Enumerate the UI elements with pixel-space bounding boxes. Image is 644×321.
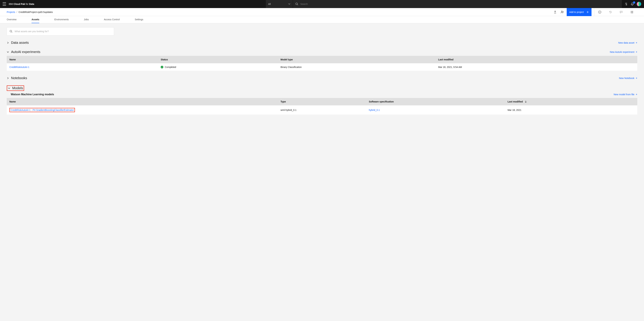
guide-icon[interactable]	[624, 2, 628, 6]
add-to-project-label: Add to project	[569, 11, 584, 14]
tab-environments[interactable]: Environments	[54, 16, 69, 23]
new-model-button[interactable]: New model from file +	[614, 93, 637, 96]
section-title-label: Models	[12, 86, 23, 90]
search-icon	[295, 2, 298, 6]
th-status[interactable]: Status	[158, 56, 278, 64]
th-software-spec[interactable]: Software specification	[366, 98, 505, 106]
section-title-label: AutoAI experiments	[11, 50, 40, 54]
global-filter-label: All	[268, 3, 288, 5]
model-name-highlight: CreditRiskAutoAI-1 - P4 GradientBoosting…	[10, 108, 75, 112]
tab-settings[interactable]: Settings	[135, 16, 144, 23]
table-row[interactable]: CreditRiskAutoAI-1 ✓ Completed Binary Cl…	[7, 64, 637, 71]
brand-prefix: IBM	[9, 3, 14, 5]
plus-icon	[586, 11, 589, 13]
section-notebooks: Notebooks New Notebook +	[7, 76, 637, 80]
settings-sliders-icon[interactable]	[626, 8, 637, 16]
breadcrumb: Projects / CreditRiskProject-cpd3.5updat…	[7, 11, 53, 14]
th-type[interactable]: Type	[278, 98, 366, 106]
upload-icon[interactable]	[554, 10, 556, 14]
history-icon[interactable]	[605, 8, 616, 16]
new-autoai-button[interactable]: New AutoAI experiment +	[610, 50, 637, 54]
section-toggle-models[interactable]: Models	[8, 86, 23, 90]
svg-point-6	[632, 11, 633, 12]
new-data-asset-button[interactable]: New data asset +	[618, 41, 637, 44]
plus-icon: +	[636, 93, 637, 96]
svg-point-5	[631, 11, 632, 12]
autoai-table: Name Status Model type Last modified Cre…	[7, 56, 637, 71]
svg-point-2	[561, 11, 562, 12]
global-search-input[interactable]	[300, 3, 620, 5]
section-models: Models Watson Machine Learning models Ne…	[7, 85, 637, 114]
section-title-label: Notebooks	[11, 76, 27, 80]
th-name[interactable]: Name	[7, 98, 278, 106]
svg-line-1	[297, 4, 298, 5]
table-row[interactable]: CreditRiskAutoAI-1 - P4 GradientBoosting…	[7, 106, 637, 115]
tab-jobs[interactable]: Jobs	[84, 16, 89, 23]
th-model-type[interactable]: Model type	[278, 56, 436, 64]
notif-badge: 1	[633, 1, 635, 4]
section-action-label: New AutoAI experiment	[610, 51, 634, 53]
checkmark-icon: ✓	[161, 66, 163, 68]
comment-icon[interactable]	[616, 8, 626, 16]
spec-link[interactable]: hybrid_0.1	[369, 109, 380, 111]
chevron-right-icon	[7, 42, 9, 44]
tab-access-control[interactable]: Access Control	[104, 16, 120, 23]
tabs: Overview Assets Environments Jobs Access…	[0, 16, 644, 23]
notifications-icon[interactable]: 1	[630, 2, 634, 6]
plus-icon: +	[636, 50, 637, 54]
th-name[interactable]: Name	[7, 56, 158, 64]
svg-point-0	[296, 3, 298, 5]
tab-overview[interactable]: Overview	[7, 16, 16, 23]
svg-point-7	[631, 12, 632, 13]
avatar[interactable]	[636, 2, 641, 6]
model-type-cell: Binary Classification	[278, 64, 436, 71]
autoai-name-link[interactable]: CreditRiskAutoAI-1	[10, 66, 29, 68]
section-title-label: Data assets	[11, 41, 29, 44]
brand-suffix: for	[26, 3, 29, 5]
chevron-down-icon	[288, 3, 290, 5]
section-toggle-autoai[interactable]: AutoAI experiments	[7, 50, 40, 54]
th-last-modified[interactable]: Last modified	[505, 98, 637, 106]
models-subhead: Watson Machine Learning models	[11, 93, 54, 96]
main: Data assets New data asset + AutoAI expe…	[0, 23, 644, 124]
section-action-label: New data asset	[618, 42, 634, 44]
section-autoai: AutoAI experiments New AutoAI experiment…	[7, 50, 637, 71]
asset-search-input[interactable]	[14, 30, 111, 33]
tab-assets[interactable]: Assets	[32, 16, 39, 23]
th-last-modified-label: Last modified	[508, 100, 523, 103]
brand: IBM Cloud Pak for Data	[9, 3, 34, 5]
brand-bold2: Data	[29, 3, 34, 5]
status-cell: ✓ Completed	[161, 66, 275, 68]
section-action-label: New Notebook	[619, 77, 634, 80]
th-last-modified[interactable]: Last modified	[436, 56, 637, 64]
hamburger-menu-icon[interactable]	[3, 2, 6, 6]
plus-icon: +	[636, 77, 637, 80]
chevron-down-icon	[8, 87, 10, 90]
add-to-project-button[interactable]: Add to project	[567, 8, 592, 16]
models-table: Name Type Software specification Last mo…	[7, 98, 637, 114]
section-toggle-notebooks[interactable]: Notebooks	[7, 76, 27, 80]
svg-point-8	[632, 12, 633, 13]
breadcrumb-sep: /	[16, 11, 17, 14]
type-cell: wml-hybrid_0.1	[278, 106, 366, 115]
search-icon	[10, 30, 12, 33]
status-label: Completed	[165, 66, 176, 68]
section-action-label: New model from file	[614, 93, 634, 96]
breadcrumb-root[interactable]: Projects	[7, 11, 15, 14]
info-icon[interactable]	[594, 8, 605, 16]
global-search[interactable]	[293, 0, 622, 8]
global-filter-select[interactable]: All	[266, 0, 293, 8]
asset-search[interactable]	[7, 27, 114, 36]
add-collaborator-icon[interactable]	[561, 10, 564, 14]
svg-line-10	[12, 32, 12, 32]
model-name-link[interactable]: CreditRiskAutoAI-1 - P4 GradientBoosting…	[10, 109, 74, 111]
modified-cell: Mar 18, 2021, 9:54 AM	[436, 64, 637, 71]
new-notebook-button[interactable]: New Notebook +	[619, 77, 637, 80]
toolbar: Projects / CreditRiskProject-cpd3.5updat…	[0, 8, 644, 16]
plus-icon: +	[636, 41, 637, 44]
section-toggle-data-assets[interactable]: Data assets	[7, 41, 29, 44]
brand-bold: Cloud Pak	[14, 3, 26, 5]
chevron-down-icon	[7, 51, 9, 53]
breadcrumb-current: CreditRiskProject-cpd3.5updates	[18, 11, 53, 14]
sort-arrow-down-icon	[525, 100, 527, 103]
